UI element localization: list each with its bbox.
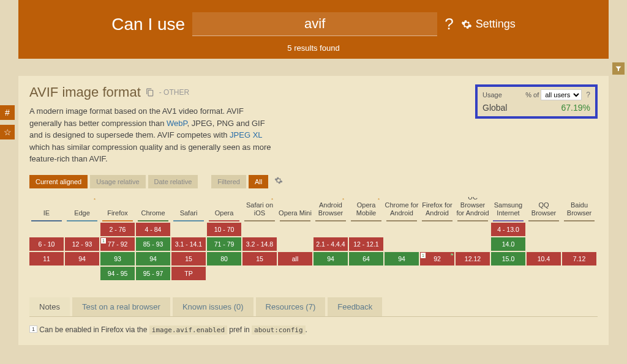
version-cell [171, 223, 206, 236]
mode-current-aligned[interactable]: Current aligned [29, 175, 88, 188]
note-text-1: Can be enabled in Firefox via the [39, 325, 149, 334]
browser-name: Chrome [136, 197, 170, 220]
tab-issues[interactable]: Known issues (0) [173, 297, 253, 316]
version-cell[interactable]: TP [171, 267, 206, 280]
browser-column: Opera10 - 7071 - 7980 [207, 197, 241, 281]
feature-title: AVIF image format - OTHER [29, 84, 475, 100]
tab-resources[interactable]: Resources (7) [256, 297, 326, 316]
version-cell [562, 237, 596, 251]
jpegxl-link[interactable]: JPEG XL [230, 130, 262, 139]
version-cell[interactable]: 94 [65, 252, 99, 266]
version-cell[interactable]: 12 - 12.1 [349, 237, 383, 251]
version-cell[interactable]: 15 [242, 252, 277, 266]
version-cell[interactable]: 2.1 - 4.4.4 [314, 237, 348, 251]
browser-name: IE [29, 197, 64, 220]
filter-icon[interactable] [612, 62, 625, 75]
browser-name: Safari on iOS* [242, 197, 277, 220]
version-cell[interactable]: 94 [385, 252, 419, 266]
search-input[interactable] [192, 12, 437, 36]
version-cell [314, 223, 348, 236]
version-cell [562, 267, 596, 280]
search-header: Can I use ? Settings 5 results found [18, 0, 609, 59]
webp-link[interactable]: WebP [167, 119, 187, 128]
version-cell[interactable]: 12.12 [456, 252, 490, 266]
version-cell [456, 223, 490, 236]
version-cell[interactable]: 921⚑ [420, 252, 454, 266]
version-cell[interactable]: 10 - 70 [207, 223, 241, 236]
browser-name: Firefox [100, 197, 135, 220]
version-cell [242, 267, 277, 280]
version-cell[interactable]: 94 [314, 252, 348, 266]
usage-global-row: Global 67.19% [482, 103, 590, 113]
support-table: IE6 - 1011Edge*12 - 9394Firefox2 - 7677 … [29, 197, 598, 281]
version-cell [65, 223, 99, 236]
version-cell[interactable]: 95 - 97 [136, 267, 170, 280]
feature-category: - OTHER [159, 88, 189, 97]
feature-description: A modern image format based on the AV1 v… [29, 105, 274, 165]
copy-icon[interactable] [146, 88, 154, 97]
version-cell [242, 223, 277, 236]
settings-link[interactable]: Settings [461, 18, 516, 31]
browser-column: Chrome4 - 8485 - 939495 - 97 [136, 197, 170, 281]
mode-all[interactable]: All [249, 175, 268, 188]
mode-filtered[interactable]: Filtered [211, 175, 246, 188]
version-cell[interactable]: 80 [207, 252, 241, 266]
version-cell[interactable]: 15.0 [491, 252, 525, 266]
version-cell[interactable]: 11 [29, 252, 64, 266]
version-cell[interactable]: 7.12 [562, 252, 596, 266]
note-text-3: . [306, 325, 307, 334]
version-cell[interactable]: 10.4 [527, 252, 561, 266]
hash-badge[interactable]: # [0, 105, 15, 120]
feature-panel: AVIF image format - OTHER A modern image… [18, 76, 609, 345]
version-cell[interactable]: 94 [136, 252, 170, 266]
browser-name: Opera Mobile* [349, 197, 383, 220]
browser-column: Opera Miniall [278, 197, 312, 281]
version-cell [527, 223, 561, 236]
version-cell[interactable]: 4 - 13.0 [491, 223, 525, 236]
version-cell[interactable]: all [278, 252, 312, 266]
mode-date-relative[interactable]: Date relative [148, 175, 198, 188]
version-cell[interactable]: 94 - 95 [100, 267, 135, 280]
version-cell [349, 267, 383, 280]
mode-usage-relative[interactable]: Usage relative [90, 175, 145, 188]
version-cell[interactable]: 93 [100, 252, 135, 266]
version-cell[interactable]: 77 - 921 [100, 237, 135, 251]
usage-label: Usage [482, 91, 502, 98]
usage-top-row: Usage % of all users ? [482, 89, 590, 100]
version-cell[interactable]: 6 - 10 [29, 237, 64, 251]
tab-notes[interactable]: Notes [29, 297, 70, 316]
version-cell[interactable]: 14.0 [491, 237, 525, 251]
star-badge[interactable]: ☆ [0, 125, 15, 139]
usage-scope-select[interactable]: all users [541, 89, 582, 100]
browser-column: IE6 - 1011 [29, 197, 64, 281]
pct-of-label: % of [525, 91, 539, 98]
browser-name: Firefox for Android [420, 197, 454, 220]
version-cell [385, 237, 419, 251]
version-cell[interactable]: 2 - 76 [100, 223, 135, 236]
browser-name: Safari [171, 197, 206, 220]
version-cell[interactable]: 15 [171, 252, 206, 266]
version-cell[interactable]: 4 - 84 [136, 223, 170, 236]
tab-feedback[interactable]: Feedback [328, 297, 382, 316]
version-cell [456, 237, 490, 251]
note-code-1: image.avif.enabled [149, 325, 227, 335]
version-cell [385, 267, 419, 280]
version-cell[interactable]: 71 - 79 [207, 237, 241, 251]
help-icon[interactable]: ? [445, 15, 453, 34]
note-number: 1 [29, 325, 37, 333]
version-cell[interactable]: 64 [349, 252, 383, 266]
tab-test[interactable]: Test on a real browser [72, 297, 170, 316]
filter-bar [0, 59, 627, 76]
mode-gear-icon[interactable] [274, 176, 283, 187]
usage-help-icon[interactable]: ? [586, 91, 590, 99]
version-cell [207, 267, 241, 280]
browser-column: UC Browser for Android12.12 [456, 197, 490, 281]
version-cell[interactable]: 3.2 - 14.8 [242, 237, 277, 251]
version-cell[interactable]: 85 - 93 [136, 237, 170, 251]
version-cell[interactable]: 3.1 - 14.1 [171, 237, 206, 251]
version-cell [385, 223, 419, 236]
version-cell [420, 223, 454, 236]
version-cell[interactable]: 12 - 93 [65, 237, 99, 251]
browser-name: QQ Browser [527, 197, 561, 220]
browser-name: Opera [207, 197, 241, 220]
